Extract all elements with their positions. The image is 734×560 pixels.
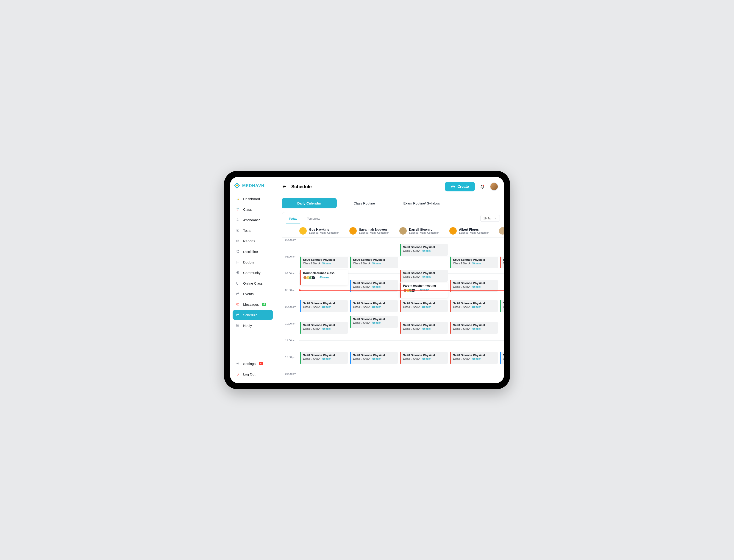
- bell-icon: [480, 184, 485, 189]
- calendar-event[interactable]: Sc90 Science PhysicalClass 9 Sec A 40 mi…: [400, 300, 448, 312]
- create-button[interactable]: Create: [445, 182, 475, 191]
- user-avatar[interactable]: [490, 182, 498, 191]
- notifications-button[interactable]: [480, 184, 485, 189]
- logo-icon: [234, 182, 240, 189]
- calendar-event[interactable]: Sc90 Science PhysicalClass 9 Sec A 40 mi…: [300, 300, 348, 312]
- calendar-event[interactable]: S0: [500, 300, 504, 312]
- calendar-event[interactable]: Sc90 Science PhysicalClass 9 Sec A 40 mi…: [400, 244, 448, 256]
- calendar-event[interactable]: Sc90 Science PhysicalClass 8 Sec A 40 mi…: [300, 257, 348, 268]
- tab-exam-routine-syllabus[interactable]: Exam Routine/ Syllabus: [392, 198, 451, 208]
- mail-icon: [236, 302, 240, 306]
- sidebar-item-notify[interactable]: Notify: [233, 320, 273, 330]
- chevron-down-icon: [494, 217, 497, 220]
- attendee-avatars: +: [303, 276, 316, 280]
- sidebar-footer: Settings 4 Log Out: [233, 358, 273, 379]
- back-button[interactable]: [282, 184, 287, 189]
- teacher-avatar: [349, 227, 357, 235]
- sidebar-item-events[interactable]: Events: [233, 289, 273, 299]
- calendar-event[interactable]: Sc90 Science PhysicalClass 9 Sec A 40 mi…: [450, 300, 498, 312]
- sidebar-item-discipline[interactable]: Discipline: [233, 246, 273, 257]
- sidebar-item-log-out[interactable]: Log Out: [233, 369, 273, 379]
- sidebar-item-doubts[interactable]: Doubts: [233, 257, 273, 267]
- svg-rect-14: [237, 314, 239, 316]
- sidebar-item-tests[interactable]: Tests: [233, 225, 273, 235]
- teacher-avatar: [299, 227, 307, 235]
- sidebar-item-attendance[interactable]: Attendance: [233, 215, 273, 225]
- sidebar-item-settings[interactable]: Settings 4: [233, 358, 273, 369]
- gear-icon: [236, 361, 240, 366]
- tab-bar: Daily CalendarClass RoutineExam Routine/…: [276, 195, 504, 208]
- sidebar-item-reports[interactable]: Reports: [233, 236, 273, 246]
- schedule-grid: 05:00 am06:00 am07:00 am08:00 am09:00 am…: [282, 224, 504, 383]
- shield-icon: [236, 249, 240, 254]
- topbar: Schedule Create: [276, 177, 504, 195]
- sidebar-item-messages[interactable]: Messages 4: [233, 299, 273, 309]
- time-label: 06:00 am: [282, 255, 299, 258]
- svg-rect-11: [237, 282, 239, 284]
- brand-text: MEDHAVHI: [242, 183, 266, 188]
- teacher-avatar: [499, 227, 504, 235]
- calendar-event[interactable]: Sc90 Science PhysicalClass 9 Sec A 40 mi…: [300, 352, 348, 364]
- calendar-event[interactable]: Sc90 Science PhysicalClass 9 Sec A 40 mi…: [400, 322, 448, 334]
- calendar-event[interactable]: Sc90 Science PhysicalClass 9 Sec A 40 mi…: [400, 270, 448, 282]
- calendar-event[interactable]: Sc90 Science PhysicalClass 9 Sec A 40 mi…: [300, 322, 348, 334]
- calendar-event[interactable]: Sc90 Science PhysicalClass 9 Sec A 40 mi…: [350, 352, 398, 364]
- calendar-event[interactable]: Sc90 Science PhysicalClass 9 Sec A 40 mi…: [400, 352, 448, 364]
- time-label: 10:00 am: [282, 322, 299, 325]
- date-picker[interactable]: 19 Jan: [480, 215, 500, 222]
- chat-icon: [236, 260, 240, 264]
- teacher-header[interactable]: [499, 224, 504, 238]
- teacher-header[interactable]: Savannah Nguyen Science, Math, Computer: [349, 224, 399, 238]
- calendar-event[interactable]: Sc90 Science PhysicalClass 9 Sec A 40 mi…: [450, 257, 498, 268]
- chart-icon: [236, 239, 240, 243]
- calendar-event[interactable]: Sc90 Science PhysicalClass 9 Sec A 40 mi…: [450, 352, 498, 364]
- bell-sq-icon: [236, 323, 240, 328]
- calendar-event[interactable]: S0: [500, 352, 504, 364]
- plus-circle-icon: [451, 185, 455, 189]
- logo[interactable]: MEDHAVHI: [233, 181, 273, 194]
- calendar-event[interactable]: Sc90 Science PhysicalClass 9 Sec A 40 mi…: [450, 322, 498, 334]
- page-title: Schedule: [291, 184, 312, 189]
- sidebar-item-online-class[interactable]: Online Class: [233, 278, 273, 288]
- calendar-event[interactable]: Sc90 Science PhysicalClass 8 Sec A 40 mi…: [350, 257, 398, 268]
- svg-point-7: [237, 219, 238, 220]
- teacher-header[interactable]: Albert Flores Science, Math, Computer: [449, 224, 499, 238]
- teacher-header[interactable]: Darrell Steward Science, Math, Computer: [399, 224, 449, 238]
- svg-point-1: [238, 198, 239, 198]
- sidebar-item-community[interactable]: Community: [233, 268, 273, 278]
- svg-point-16: [238, 363, 238, 364]
- calendar-event[interactable]: Sc90 Science PhysicalClass 9 Sec A 40 mi…: [350, 316, 398, 328]
- badge: 4: [259, 362, 263, 365]
- arrow-left-icon: [282, 184, 287, 189]
- tab-class-routine[interactable]: Class Routine: [337, 198, 392, 208]
- tab-daily-calendar[interactable]: Daily Calendar: [282, 198, 337, 208]
- subtab-bar: TodayTomorrow 19 Jan: [282, 212, 504, 224]
- svg-point-6: [237, 210, 238, 211]
- calendar-event[interactable]: Doubt clearance class + 40 mins: [300, 270, 348, 285]
- molecule-icon: [236, 207, 240, 211]
- calendar-days-icon: [236, 313, 240, 317]
- sidebar-item-class[interactable]: Class: [233, 204, 273, 214]
- logout-icon: [236, 372, 240, 376]
- more-attendees-icon: +: [311, 276, 316, 280]
- svg-point-18: [483, 185, 484, 186]
- subtab-today[interactable]: Today: [286, 215, 300, 224]
- calendar-icon: [236, 292, 240, 296]
- subtab-tomorrow[interactable]: Tomorrow: [304, 215, 323, 224]
- sidebar-nav: Dashboard Class Attendance Tests Reports…: [233, 194, 273, 330]
- sidebar-item-schedule[interactable]: Schedule: [233, 310, 273, 320]
- time-label: 05:00 am: [282, 238, 299, 241]
- time-label: 07:00 am: [282, 272, 299, 275]
- svg-point-0: [237, 198, 238, 198]
- doc-check-icon: [236, 228, 240, 232]
- calendar-event[interactable]: Sc90 Science PhysicalClass 9 Sec A 40 mi…: [350, 300, 398, 312]
- monitor-icon: [236, 281, 240, 285]
- sidebar-item-dashboard[interactable]: Dashboard: [233, 194, 273, 204]
- current-time-indicator: [299, 290, 504, 291]
- svg-rect-12: [237, 293, 239, 295]
- calendar-event[interactable]: S0: [500, 257, 504, 268]
- svg-point-3: [238, 199, 239, 200]
- teacher-header[interactable]: Guy Hawkins Science, Math, Computer: [299, 224, 349, 238]
- time-label: 11:00 am: [282, 339, 299, 342]
- time-label: 12:00 pm: [282, 356, 299, 358]
